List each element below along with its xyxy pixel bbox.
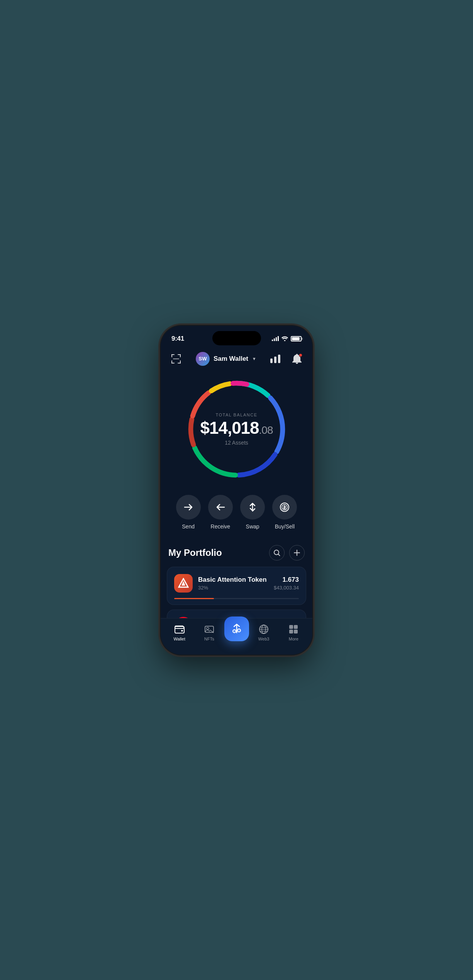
- asset-row-bat: Basic Attention Token 32% 1.673 $43,003.…: [174, 574, 299, 593]
- send-circle: [176, 495, 201, 520]
- send-label: Send: [182, 523, 195, 530]
- portfolio-title: My Portfolio: [168, 547, 222, 558]
- bat-amounts: 1.673 $43,003.34: [274, 576, 299, 591]
- svg-rect-10: [274, 357, 276, 363]
- action-buttons: Send Receive Swap: [161, 491, 312, 541]
- svg-rect-11: [278, 355, 280, 363]
- svg-rect-9: [270, 358, 273, 363]
- bat-percentage: 32%: [198, 585, 268, 591]
- swap-button[interactable]: Swap: [240, 495, 265, 530]
- svg-rect-7: [180, 360, 181, 363]
- bat-value: $43,003.34: [274, 585, 299, 591]
- receive-icon: [216, 503, 225, 511]
- svg-rect-8: [173, 358, 179, 359]
- bat-progress-bar: [174, 598, 299, 599]
- nav-nfts[interactable]: NFTs: [194, 624, 224, 641]
- web3-nav-icon: [258, 624, 269, 635]
- swap-arrows-icon: [231, 623, 243, 635]
- status-icons: [272, 336, 302, 341]
- search-icon: [273, 549, 280, 556]
- add-icon: [293, 549, 300, 556]
- phone-frame: 9:41: [161, 326, 312, 655]
- notification-badge: [299, 353, 302, 357]
- chart-bar-icon: [270, 355, 280, 363]
- nav-web3[interactable]: Web3: [249, 624, 279, 641]
- receive-label: Receive: [211, 523, 231, 530]
- bat-progress-fill: [174, 598, 214, 599]
- header-right: [268, 351, 305, 367]
- nav-wallet-label: Wallet: [174, 637, 185, 641]
- notifications-button[interactable]: [289, 351, 305, 367]
- svg-point-22: [274, 550, 279, 555]
- svg-rect-35: [289, 630, 293, 634]
- status-time: 9:41: [171, 335, 184, 343]
- wallet-name: Sam Wallet: [214, 355, 248, 363]
- nav-more-label: More: [289, 637, 298, 641]
- receive-button[interactable]: Receive: [208, 495, 233, 530]
- wallet-selector[interactable]: SW Sam Wallet ▾: [196, 352, 256, 366]
- donut-chart: TOTAL BALANCE $14,018.08 12 Assets: [183, 375, 291, 483]
- nfts-nav-icon: [204, 624, 215, 635]
- buysell-button[interactable]: Buy/Sell: [272, 495, 297, 530]
- balance-amount: $14,018.08: [198, 420, 275, 436]
- svg-rect-3: [180, 354, 181, 357]
- wifi-icon: [281, 336, 288, 341]
- portfolio-search-button[interactable]: [269, 545, 285, 560]
- screen: 9:41: [161, 326, 312, 655]
- avatar: SW: [196, 352, 210, 366]
- battery-icon: [291, 336, 302, 341]
- swap-label: Swap: [246, 523, 259, 530]
- balance-section: TOTAL BALANCE $14,018.08 12 Assets: [161, 371, 312, 491]
- portfolio-actions: [269, 545, 305, 560]
- charts-button[interactable]: [268, 351, 283, 367]
- nav-web3-label: Web3: [258, 637, 270, 641]
- asset-card-bat[interactable]: Basic Attention Token 32% 1.673 $43,003.…: [167, 567, 306, 605]
- buysell-icon: [280, 502, 290, 512]
- send-button[interactable]: Send: [176, 495, 201, 530]
- bat-icon: [174, 574, 193, 593]
- buysell-label: Buy/Sell: [275, 523, 295, 530]
- svg-point-29: [237, 629, 241, 632]
- more-nav-icon: [288, 624, 299, 635]
- svg-point-30: [233, 630, 236, 633]
- portfolio-add-button[interactable]: [289, 545, 305, 560]
- portfolio-header: My Portfolio: [161, 541, 312, 567]
- receive-circle: [208, 495, 233, 520]
- bat-info: Basic Attention Token 32%: [198, 576, 268, 591]
- dynamic-island: [212, 331, 261, 345]
- nav-nfts-label: NFTs: [204, 637, 214, 641]
- nav-more[interactable]: More: [279, 624, 309, 641]
- header: SW Sam Wallet ▾: [161, 346, 312, 371]
- scan-icon: [171, 353, 181, 364]
- nav-wallet[interactable]: Wallet: [164, 624, 194, 641]
- asset-count: 12 Assets: [198, 440, 275, 446]
- svg-rect-25: [175, 627, 184, 633]
- balance-label: TOTAL BALANCE: [198, 413, 275, 417]
- swap-circle: [240, 495, 265, 520]
- svg-rect-33: [289, 625, 293, 629]
- buysell-circle: [272, 495, 297, 520]
- svg-rect-5: [171, 360, 172, 363]
- svg-rect-34: [294, 625, 298, 629]
- send-icon: [184, 503, 193, 511]
- svg-rect-26: [181, 630, 183, 632]
- signal-icon: [272, 336, 279, 341]
- bottom-nav: Wallet NFTs: [161, 618, 312, 655]
- wallet-nav-icon: [174, 624, 185, 635]
- bat-name: Basic Attention Token: [198, 576, 268, 584]
- svg-rect-1: [171, 354, 172, 357]
- balance-center: TOTAL BALANCE $14,018.08 12 Assets: [198, 413, 275, 446]
- scan-button[interactable]: [168, 351, 184, 367]
- svg-rect-36: [294, 630, 298, 634]
- chevron-down-icon: ▾: [253, 356, 256, 362]
- bat-quantity: 1.673: [274, 576, 299, 584]
- svg-point-28: [207, 627, 209, 630]
- swap-icon: [248, 503, 257, 512]
- nav-center-button[interactable]: [224, 617, 249, 641]
